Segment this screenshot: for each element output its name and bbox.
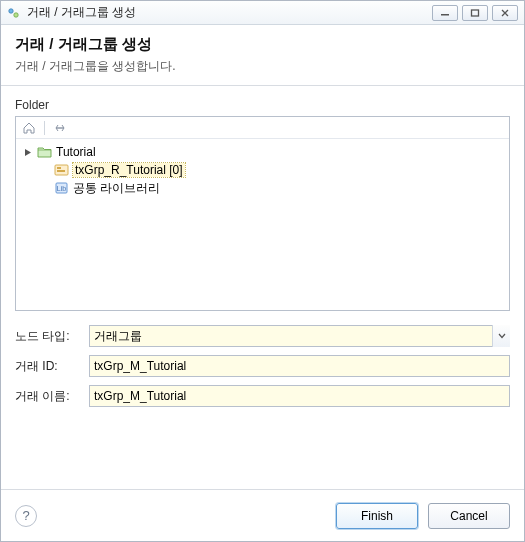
- window-title: 거래 / 거래그룹 생성: [27, 4, 432, 21]
- node-type-input[interactable]: [89, 325, 510, 347]
- help-button[interactable]: ?: [15, 505, 37, 527]
- close-button[interactable]: [492, 5, 518, 21]
- expand-toggle-icon[interactable]: [22, 148, 34, 157]
- tree-node-label: 공통 라이브러리: [73, 180, 160, 197]
- tree-node-tutorial[interactable]: Tutorial: [20, 143, 505, 161]
- collapse-icon[interactable]: [51, 119, 69, 137]
- cancel-button[interactable]: Cancel: [428, 503, 510, 529]
- maximize-button[interactable]: [462, 5, 488, 21]
- folder-open-icon: [37, 144, 53, 160]
- dialog-footer: ? Finish Cancel: [1, 489, 524, 541]
- txn-id-label: 거래 ID:: [15, 358, 83, 375]
- svg-rect-3: [472, 10, 479, 16]
- minimize-button[interactable]: [432, 5, 458, 21]
- finish-button[interactable]: Finish: [336, 503, 418, 529]
- dialog-header: 거래 / 거래그룹 생성 거래 / 거래그룹을 생성합니다.: [1, 25, 524, 86]
- toolbar-separator: [44, 121, 45, 135]
- titlebar: 거래 / 거래그룹 생성: [1, 1, 524, 25]
- node-type-combo[interactable]: [89, 325, 510, 347]
- txn-id-input[interactable]: [89, 355, 510, 377]
- tree-toolbar: [16, 117, 509, 139]
- tree-node-common-lib[interactable]: Lib 공통 라이브러리: [20, 179, 505, 197]
- library-icon: Lib: [54, 180, 70, 196]
- window-controls: [432, 5, 518, 21]
- txn-name-label: 거래 이름:: [15, 388, 83, 405]
- tree-node-txgrp[interactable]: txGrp_R_Tutorial [0]: [20, 161, 505, 179]
- folder-label: Folder: [15, 98, 510, 112]
- folder-tree: Tutorial txGrp_R_Tutorial [0] Lib 공통 라이브…: [15, 116, 510, 311]
- dialog-body: Folder Tutorial: [1, 86, 524, 489]
- svg-rect-6: [57, 170, 65, 172]
- app-icon: [7, 6, 21, 20]
- page-subtitle: 거래 / 거래그룹을 생성합니다.: [15, 58, 510, 75]
- svg-point-0: [9, 8, 13, 12]
- form-grid: 노드 타입: 거래 ID: 거래 이름:: [15, 325, 510, 407]
- tree-node-label: txGrp_R_Tutorial [0]: [73, 163, 185, 177]
- page-title: 거래 / 거래그룹 생성: [15, 35, 510, 54]
- txn-name-input[interactable]: [89, 385, 510, 407]
- home-icon[interactable]: [20, 119, 38, 137]
- group-icon: [54, 162, 70, 178]
- svg-text:Lib: Lib: [57, 185, 66, 192]
- tree-body[interactable]: Tutorial txGrp_R_Tutorial [0] Lib 공통 라이브…: [16, 139, 509, 310]
- svg-rect-2: [441, 14, 449, 16]
- tree-node-label: Tutorial: [56, 145, 96, 159]
- svg-point-1: [14, 12, 18, 16]
- help-icon: ?: [22, 508, 29, 523]
- dialog-window: 거래 / 거래그룹 생성 거래 / 거래그룹 생성 거래 / 거래그룹을 생성합…: [0, 0, 525, 542]
- svg-rect-5: [57, 167, 61, 169]
- node-type-label: 노드 타입:: [15, 328, 83, 345]
